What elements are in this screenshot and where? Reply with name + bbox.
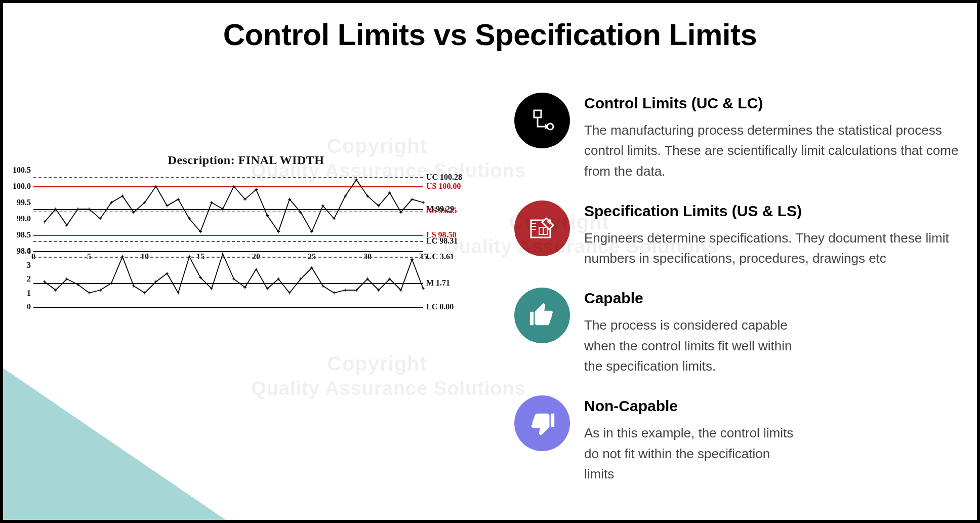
ref-label: LC 0.00 [426,302,454,311]
svg-rect-0 [534,110,541,117]
chart-title: Description: FINAL WIDTH [3,153,489,167]
ref-label: UC 3.61 [426,252,454,261]
y-tick-label: 3 [3,261,31,270]
chart-panel: Description: FINAL WIDTH 98.098.599.099.… [3,153,489,307]
ref-label: UC 100.28 [426,173,462,182]
y-tick-label: 100.5 [3,166,31,175]
control-chart-bottom: 01234UC 3.61M 1.71LC 0.00 [3,251,489,307]
info-body: The manufacturing process determines the… [584,120,962,181]
ref-label: LC 98.31 [426,236,458,246]
info-item-control-limits: Control Limits (UC & LC) The manufacturi… [514,93,962,181]
info-body: The process is considered capable when t… [584,315,962,376]
info-title: Non-Capable [584,397,962,415]
ref-label: US 100.00 [426,182,461,191]
slide-title: Control Limits vs Specification Limits [3,17,977,52]
y-tick-label: 2 [3,274,31,284]
y-tick-label: 99.5 [3,198,31,207]
ref-label: M 1.71 [426,278,450,288]
info-item-spec-limits: Specification Limits (US & LS) Engineers… [514,200,962,269]
decorative-triangle [3,368,226,520]
info-title: Control Limits (UC & LC) [584,95,962,112]
control-chart-top: 98.098.599.099.5100.0100.505101520253035… [3,170,489,251]
y-tick-label: 0 [3,302,31,311]
ref-label: NS 99.25 [426,206,457,215]
info-title: Capable [584,290,962,307]
y-tick-label: 100.0 [3,182,31,191]
info-item-capable: Capable The process is considered capabl… [514,288,962,376]
y-tick-label: 99.0 [3,214,31,223]
info-body: As in this example, the control limits d… [584,423,962,484]
y-tick-label: 98.5 [3,230,31,239]
thumbs-up-icon [514,288,570,343]
info-column: Control Limits (UC & LC) The manufacturi… [514,93,962,484]
thumbs-down-icon [514,395,570,451]
chart-column: Description: FINAL WIDTH 98.098.599.099.… [3,93,514,307]
info-title: Specification Limits (US & LS) [584,203,962,220]
y-tick-label: 4 [3,247,31,256]
y-tick-label: 1 [3,289,31,298]
flow-icon [514,93,570,148]
axis-baseline [33,307,423,308]
series-line [33,251,423,307]
blueprint-icon [514,200,570,256]
info-item-non-capable: Non-Capable As in this example, the cont… [514,395,962,484]
series-line [33,170,423,251]
info-body: Engineers determine specifications. They… [584,228,962,269]
slide-frame: Control Limits vs Specification Limits C… [0,0,980,523]
